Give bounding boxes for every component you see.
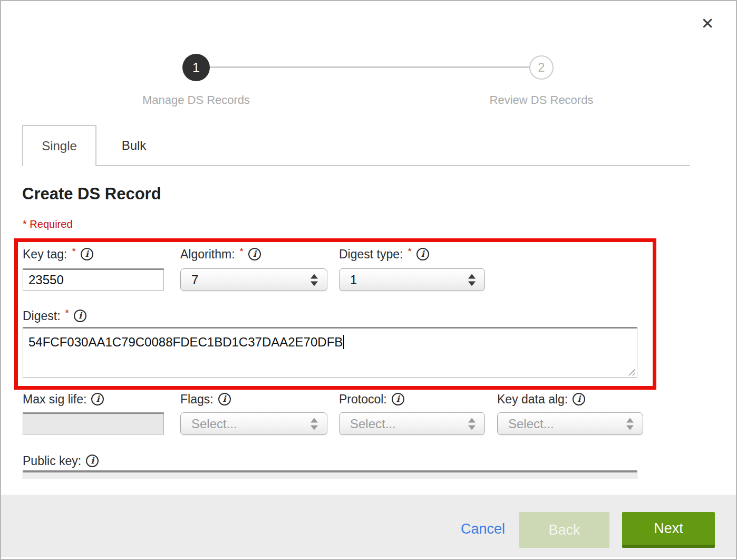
flags-selected-value: Select...	[191, 417, 237, 431]
digest-textarea[interactable]: 54FCF030AA1C79C0088FDEC1BD1C37DAA2E70DFB	[23, 327, 637, 378]
max-sig-life-input[interactable]	[23, 412, 164, 435]
create-ds-record-modal: ✕ 1 2 Manage DS Records Review DS Record…	[0, 0, 737, 560]
stepper-step-1-circle: 1	[182, 54, 210, 81]
info-icon[interactable]	[218, 393, 231, 405]
key-data-alg-selected-value: Select...	[508, 417, 554, 431]
algorithm-select[interactable]: 7	[180, 268, 327, 291]
stepper-step-2-label: Review DS Records	[462, 93, 620, 107]
flags-select[interactable]: Select...	[180, 412, 327, 435]
required-note: * Required	[23, 218, 73, 230]
key-data-alg-label: Key data alg:	[497, 391, 585, 407]
required-asterisk: *	[408, 246, 411, 257]
next-button[interactable]: Next	[622, 512, 715, 548]
algorithm-label: Algorithm: *	[180, 246, 261, 262]
digest-type-selected-value: 1	[350, 273, 357, 287]
select-arrows-icon	[468, 274, 476, 286]
digest-label: Digest: *	[23, 308, 86, 324]
digest-label-text: Digest:	[23, 309, 61, 323]
digest-type-select[interactable]: 1	[339, 268, 485, 291]
tab-bar-underline	[22, 165, 690, 166]
text-cursor	[343, 335, 344, 349]
key-data-alg-select[interactable]: Select...	[497, 412, 643, 435]
stepper-connector-line	[210, 66, 530, 68]
algorithm-label-text: Algorithm:	[180, 247, 235, 262]
info-icon[interactable]	[248, 248, 261, 260]
info-icon[interactable]	[74, 310, 86, 322]
select-arrows-icon	[311, 418, 318, 430]
required-asterisk: *	[65, 307, 69, 319]
required-asterisk: *	[240, 246, 244, 257]
close-icon[interactable]: ✕	[697, 13, 718, 34]
info-icon[interactable]	[392, 393, 404, 405]
protocol-selected-value: Select...	[350, 417, 396, 431]
info-icon[interactable]	[573, 393, 585, 405]
back-button: Back	[519, 512, 609, 548]
required-asterisk: *	[72, 246, 75, 257]
info-icon[interactable]	[86, 455, 99, 467]
flags-label: Flags:	[180, 391, 231, 407]
protocol-label: Protocol:	[339, 391, 404, 407]
tab-bulk[interactable]: Bulk	[96, 126, 171, 165]
info-icon[interactable]	[81, 248, 93, 260]
digest-value: 54FCF030AA1C79C0088FDEC1BD1C37DAA2E70DFB	[28, 335, 343, 349]
select-arrows-icon	[311, 274, 318, 286]
select-arrows-icon	[468, 418, 476, 430]
select-arrows-icon	[626, 418, 634, 430]
page-title: Create DS Record	[22, 185, 161, 204]
key-tag-label: Key tag: *	[23, 246, 93, 262]
public-key-textarea[interactable]	[23, 470, 637, 479]
key-data-alg-label-text: Key data alg:	[497, 392, 568, 407]
stepper-step-2-circle: 2	[529, 55, 554, 80]
flags-label-text: Flags:	[180, 392, 214, 407]
max-sig-life-label: Max sig life:	[23, 391, 104, 407]
info-icon[interactable]	[91, 393, 104, 405]
algorithm-selected-value: 7	[191, 273, 198, 287]
digest-type-label: Digest type: *	[339, 246, 429, 262]
protocol-label-text: Protocol:	[339, 392, 387, 407]
digest-type-label-text: Digest type:	[339, 247, 403, 262]
key-tag-label-text: Key tag:	[23, 247, 67, 262]
protocol-select[interactable]: Select...	[339, 412, 485, 435]
stepper-step-1-label: Manage DS Records	[117, 93, 275, 107]
public-key-label: Public key:	[23, 453, 99, 469]
max-sig-life-label-text: Max sig life:	[23, 392, 86, 407]
resize-handle-icon[interactable]	[627, 367, 635, 375]
public-key-label-text: Public key:	[23, 454, 81, 468]
key-tag-input[interactable]	[23, 268, 164, 291]
info-icon[interactable]	[416, 248, 429, 260]
tab-single[interactable]: Single	[22, 125, 96, 166]
cancel-button[interactable]: Cancel	[461, 521, 505, 537]
